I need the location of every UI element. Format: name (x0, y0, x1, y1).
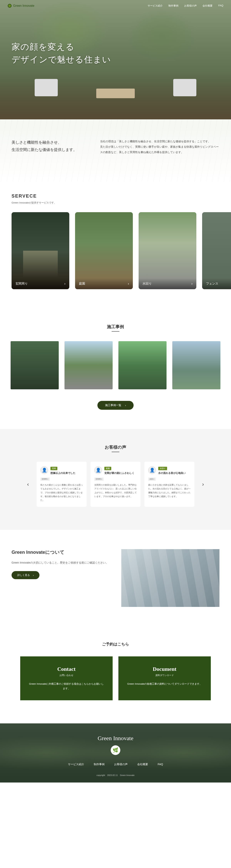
works-heading: 施工事例 (0, 324, 231, 330)
reserve-section: ご予約はこちら Contact お問い合わせ Green Innovateに外構… (0, 626, 231, 723)
voice-tag: 玄関周り (40, 477, 50, 481)
voice-title: 水の流れる音が心地良い (158, 471, 191, 475)
voice-tag: 水回り (148, 477, 156, 481)
voice-card: 👤 庭園 玄関が家の顔にふさわしく 玄関周り 玄関周りの改装をお願いしました。専… (91, 462, 140, 507)
footer-link-company[interactable]: 会社概要 (137, 763, 148, 766)
document-sub: 資料ダウンロード (126, 674, 203, 677)
document-card[interactable]: Document 資料ダウンロード Green Innovateの各種工事の資料… (119, 656, 211, 700)
intro-section: 美しさと機能性を融合させ、 生活空間に新たな価値を提供します。 当社の理念は「美… (0, 119, 231, 182)
works-section: 施工事例 施工事例一覧 › (0, 308, 231, 429)
chair-icon (173, 79, 196, 96)
footer-link-works[interactable]: 制作事例 (94, 763, 104, 766)
contact-title: Contact (28, 666, 105, 672)
slider-prev-button[interactable]: ‹ (23, 477, 33, 491)
service-image (11, 212, 69, 289)
works-list-button[interactable]: 施工事例一覧 › (97, 401, 134, 410)
service-image (75, 212, 133, 289)
service-card-fence[interactable]: フェンス › (202, 212, 231, 289)
footer-nav: サービス紹介 制作事例 お客様の声 会社概要 FAQ (8, 763, 223, 766)
hero-headline: 家の顔を変える デザインで魅せる住まい (11, 40, 111, 66)
about-image (121, 549, 220, 607)
voice-tag: 玄関周り (94, 477, 104, 481)
voice-heading: お客様の声 (0, 444, 231, 450)
voice-body: 庭に小さな池と水路を設置してもらいました。水の流れる音がとても心地よく、庭が一層… (148, 483, 191, 498)
hero-decor (0, 65, 231, 104)
service-card-label: 玄関周り (15, 282, 28, 286)
copyright: copyright 2023.02.11 Green Innovate (8, 774, 223, 777)
intro-tagline: 美しさと機能性を融合させ、 生活空間に新たな価値を提供します。 (11, 138, 81, 155)
about-detail-button[interactable]: 詳しく見る › (11, 571, 39, 579)
voice-chip: 庭園 (104, 467, 111, 470)
about-heading: Green Innovateについて (11, 549, 110, 555)
nav-link-company[interactable]: 会社概要 (202, 4, 212, 7)
work-item[interactable] (10, 341, 59, 389)
leaf-icon: 🌿 (111, 745, 120, 755)
header-nav: サービス紹介 制作事例 お客様の声 会社概要 FAQ (147, 4, 223, 7)
service-image (202, 212, 231, 289)
hero-line2: デザインで魅せる住まい (11, 55, 111, 64)
footer-link-faq[interactable]: FAQ (158, 763, 163, 766)
slider-next-button[interactable]: › (198, 477, 208, 491)
contact-card[interactable]: Contact お問い合わせ Green Innovateに外構工事のご依頼する… (20, 656, 112, 700)
service-card-label: 水回り (142, 282, 152, 286)
nav-link-voice[interactable]: お客様の声 (184, 4, 197, 7)
contact-sub: お問い合わせ (28, 674, 105, 677)
nav-link-works[interactable]: 制作事例 (168, 4, 178, 7)
service-card-water[interactable]: 水回り › (139, 212, 196, 289)
voice-title: 玄関が家の顔にふさわしく (104, 471, 137, 475)
voice-chip: 玄関 (51, 467, 57, 470)
avatar-icon: 👤 (148, 466, 156, 474)
reserve-heading: ご予約はこちら (11, 642, 220, 647)
service-card-list: 玄関周り › 庭園 › 水回り › フェンス › (0, 212, 231, 289)
about-body: Green Innovateの大切にしていること。歴史をご依頼する前にご確認くだ… (11, 560, 110, 565)
voice-body: 玄関周りの改装をお願いしました。専門的なアドバイスをもらい、思った以上に美しい仕… (94, 483, 137, 498)
voice-card: 👤 玄関 想像以上の出来でした 玄関周り 私たちの庭がこんなに素敵に変わるとは思… (37, 462, 87, 507)
voice-section: お客様の声 ‹ 👤 玄関 想像以上の出来でした 玄関周り 私たちの庭がこんなに素… (0, 429, 231, 530)
service-image (139, 212, 196, 289)
service-sub: Green Innovateが提供すサービスです。 (11, 201, 220, 205)
table-icon (96, 89, 135, 98)
voice-card: 👤 水回り 水の流れる音が心地良い 水回り 庭に小さな池と水路を設置してもらいま… (144, 462, 194, 507)
nav-link-service[interactable]: サービス紹介 (147, 4, 163, 7)
nav-link-faq[interactable]: FAQ (218, 4, 223, 7)
hero-line1: 家の顔を変える (11, 42, 74, 52)
divider (112, 452, 119, 452)
service-heading: SERVECE (11, 193, 220, 199)
voice-slider: ‹ 👤 玄関 想像以上の出来でした 玄関周り 私たちの庭がこんなに素敵に変わると… (0, 462, 231, 507)
avatar-icon: 👤 (94, 466, 102, 474)
site-footer: Green Innovate 🌿 サービス紹介 制作事例 お客様の声 会社概要 … (0, 723, 231, 782)
document-title: Document (126, 666, 203, 672)
about-section: Green Innovateについて Green Innovateの大切にしてい… (0, 530, 231, 626)
brand-name: Green Innovate (13, 4, 34, 7)
voice-chip: 水回り (158, 467, 167, 470)
avatar-icon: 👤 (40, 466, 48, 474)
intro-description: 当社の理念は「美しさと機能性を融合させ、生活空間に新たな価値を提供する」ことです… (100, 138, 220, 155)
service-card-label: 庭園 (79, 282, 85, 286)
divider (112, 331, 119, 332)
work-item[interactable] (65, 341, 112, 389)
service-card-label: フェンス (206, 282, 218, 286)
footer-brand: Green Innovate (8, 735, 223, 742)
contact-body: Green Innovateに外構工事のご依頼する場合はこちらからお願いします。 (28, 682, 105, 691)
chevron-right-icon: › (33, 574, 34, 577)
site-header: Green Innovate サービス紹介 制作事例 お客様の声 会社概要 FA… (0, 0, 231, 11)
work-item[interactable] (172, 341, 221, 389)
footer-link-voice[interactable]: お客様の声 (114, 763, 128, 766)
voice-title: 想像以上の出来でした (51, 471, 83, 475)
service-section: SERVECE Green Innovateが提供すサービスです。 玄関周り ›… (0, 182, 231, 308)
service-card-entrance[interactable]: 玄関周り › (11, 212, 69, 289)
chevron-right-icon: › (128, 282, 129, 286)
voice-body: 私たちの庭がこんなに素敵に変わるとは思ってもみませんでした。デザインから施工まで… (40, 483, 83, 502)
chevron-right-icon: › (125, 404, 126, 407)
works-grid (0, 341, 231, 389)
leaf-icon (8, 4, 11, 8)
service-card-garden[interactable]: 庭園 › (75, 212, 133, 289)
chair-icon (35, 79, 58, 96)
hero-section: 家の顔を変える デザインで魅せる住まい (0, 0, 231, 119)
chevron-right-icon: › (64, 282, 65, 286)
chevron-right-icon: › (191, 282, 193, 286)
work-item[interactable] (119, 341, 166, 389)
brand-logo[interactable]: Green Innovate (8, 4, 34, 8)
document-body: Green Innovateの各種工事の資料についてダウンロードできます。 (126, 682, 203, 686)
footer-link-service[interactable]: サービス紹介 (68, 763, 84, 766)
